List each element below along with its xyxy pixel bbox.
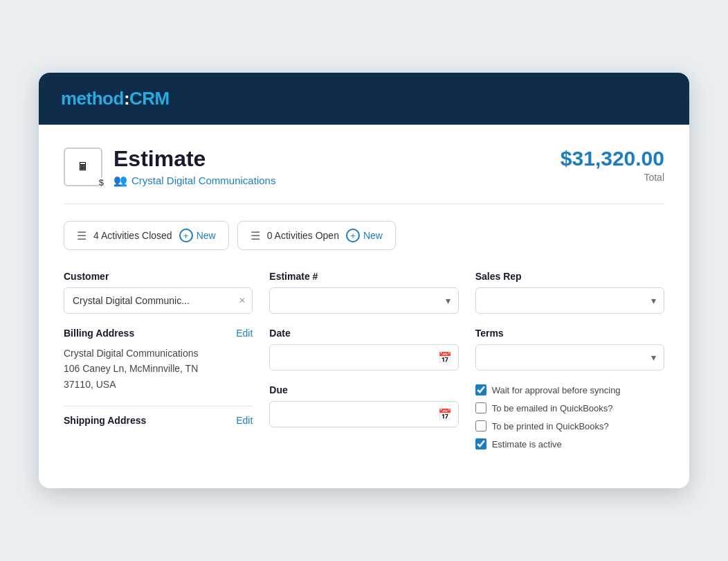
estimate-info: Estimate 👥 Crystal Digital Communication… xyxy=(113,147,275,187)
estimate-num-select[interactable] xyxy=(269,287,458,314)
estimate-icon: 🖩 $ xyxy=(64,148,102,186)
date-label: Date xyxy=(269,328,458,339)
open-activities-pill: ☰ 0 Activities Open + New xyxy=(237,221,396,250)
shipping-header: Shipping Address Edit xyxy=(64,415,253,426)
closed-activities-text: 4 Activities Closed xyxy=(93,230,172,241)
activities-bar: ☰ 4 Activities Closed + New ☰ 0 Activiti… xyxy=(64,221,664,250)
clear-icon[interactable]: ✕ xyxy=(239,296,246,305)
estimate-title-section: 🖩 $ Estimate 👥 Crystal Digital Communica… xyxy=(64,147,275,187)
form-grid: Customer ✕ Billing Address Edit Crystal … xyxy=(64,271,664,463)
email-quickbooks-checkbox[interactable] xyxy=(475,402,486,413)
shipping-edit-link[interactable]: Edit xyxy=(236,415,253,426)
customer-input[interactable] xyxy=(64,287,253,314)
date-input[interactable] xyxy=(269,344,458,371)
due-input[interactable] xyxy=(269,401,458,427)
app-container: method:CRM 🖩 $ Estimate 👥 Crystal Digita… xyxy=(39,73,689,488)
estimate-active-label: Estimate is active xyxy=(492,439,562,449)
middle-column: Estimate # Date 📅 xyxy=(269,271,458,463)
due-wrapper: 📅 xyxy=(269,401,458,427)
customer-section: Customer ✕ xyxy=(64,271,253,314)
terms-wrapper xyxy=(475,344,664,371)
checkbox-group: Wait for approval before syncing To be e… xyxy=(475,384,664,449)
terms-select[interactable] xyxy=(475,344,664,371)
checkbox-item-3: To be printed in QuickBooks? xyxy=(475,420,664,431)
date-section: Date 📅 xyxy=(269,328,458,371)
open-new-label: New xyxy=(363,230,383,241)
billing-edit-link[interactable]: Edit xyxy=(236,328,253,339)
left-column: Customer ✕ Billing Address Edit Crystal … xyxy=(64,271,253,463)
shipping-divider xyxy=(64,406,253,407)
logo-suffix: CRM xyxy=(129,88,170,109)
calculator-icon: 🖩 xyxy=(78,161,89,173)
sales-rep-select[interactable] xyxy=(475,287,664,314)
people-icon: 👥 xyxy=(113,174,127,187)
total-label: Total xyxy=(561,172,664,183)
billing-line3: 37110, USA xyxy=(64,377,253,392)
plus-icon-closed: + xyxy=(179,229,193,242)
approval-label: Wait for approval before syncing xyxy=(492,385,621,395)
estimate-num-wrapper xyxy=(269,287,458,314)
approval-checkbox[interactable] xyxy=(475,384,486,395)
open-activities-text: 0 Activities Open xyxy=(267,230,339,241)
total-amount: $31,320.00 xyxy=(561,147,664,170)
billing-header: Billing Address Edit xyxy=(64,328,253,339)
main-content: 🖩 $ Estimate 👥 Crystal Digital Communica… xyxy=(39,125,689,488)
terms-section: Terms xyxy=(475,328,664,371)
company-link[interactable]: Crystal Digital Communications xyxy=(131,175,275,186)
list-icon-open: ☰ xyxy=(251,229,260,242)
closed-new-button[interactable]: + New xyxy=(179,229,216,242)
checkbox-item-1: Wait for approval before syncing xyxy=(475,384,664,395)
estimate-header: 🖩 $ Estimate 👥 Crystal Digital Communica… xyxy=(64,147,664,187)
list-icon-closed: ☰ xyxy=(77,229,87,242)
customer-label: Customer xyxy=(64,271,253,282)
dollar-badge: $ xyxy=(99,177,104,188)
sales-rep-section: Sales Rep xyxy=(475,271,664,314)
header-divider xyxy=(64,204,664,204)
logo: method:CRM xyxy=(61,88,170,109)
shipping-label: Shipping Address xyxy=(64,415,146,426)
customer-input-wrapper: ✕ xyxy=(64,287,253,314)
print-quickbooks-checkbox[interactable] xyxy=(475,420,486,431)
checkbox-item-2: To be emailed in QuickBooks? xyxy=(475,402,664,413)
billing-line1: Crystal Digital Communications xyxy=(64,346,253,361)
checkbox-item-4: Estimate is active xyxy=(475,438,664,449)
billing-line2: 106 Caney Ln, McMinnville, TN xyxy=(64,361,253,376)
open-new-button[interactable]: + New xyxy=(346,229,383,242)
shipping-address-section: Shipping Address Edit xyxy=(64,406,253,426)
due-label: Due xyxy=(269,384,458,395)
open-count: 0 xyxy=(267,230,273,241)
estimate-company: 👥 Crystal Digital Communications xyxy=(113,174,275,187)
estimate-title: Estimate xyxy=(113,147,275,171)
header-bar: method:CRM xyxy=(39,73,689,125)
date-wrapper: 📅 xyxy=(269,344,458,371)
email-quickbooks-label: To be emailed in QuickBooks? xyxy=(492,403,613,413)
due-section: Due 📅 xyxy=(269,384,458,427)
checkboxes-section: Wait for approval before syncing To be e… xyxy=(475,384,664,449)
estimate-num-label: Estimate # xyxy=(269,271,458,282)
billing-label: Billing Address xyxy=(64,328,134,339)
print-quickbooks-label: To be printed in QuickBooks? xyxy=(492,421,609,431)
billing-address-text: Crystal Digital Communications 106 Caney… xyxy=(64,346,253,392)
terms-label: Terms xyxy=(475,328,664,339)
billing-address-section: Billing Address Edit Crystal Digital Com… xyxy=(64,328,253,392)
total-section: $31,320.00 Total xyxy=(561,147,664,183)
closed-new-label: New xyxy=(197,230,216,241)
estimate-num-section: Estimate # xyxy=(269,271,458,314)
plus-icon-open: + xyxy=(346,229,360,242)
closed-activities-pill: ☰ 4 Activities Closed + New xyxy=(64,221,229,250)
closed-count: 4 xyxy=(93,230,99,241)
right-column: Sales Rep Terms xyxy=(475,271,664,463)
sales-rep-label: Sales Rep xyxy=(475,271,664,282)
sales-rep-wrapper xyxy=(475,287,664,314)
estimate-active-checkbox[interactable] xyxy=(475,438,486,449)
logo-prefix: method xyxy=(61,88,124,109)
